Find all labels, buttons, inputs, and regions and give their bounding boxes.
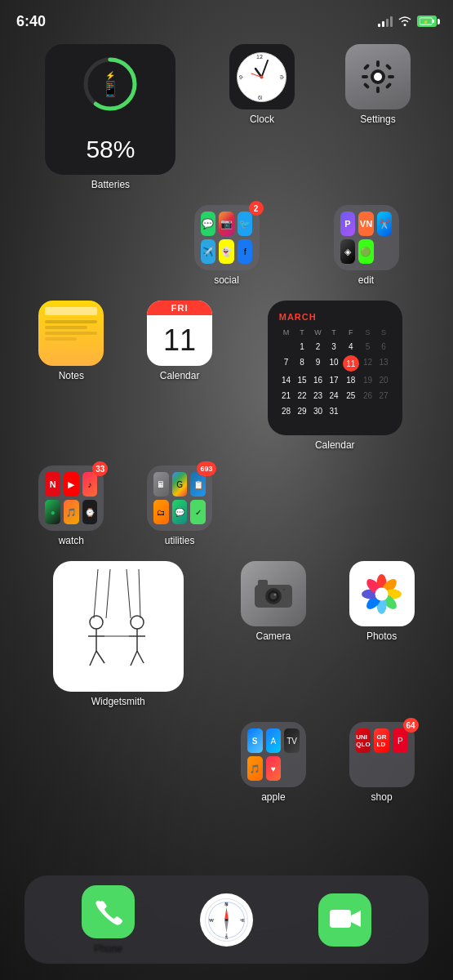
social-label: social (214, 274, 239, 286)
svg-text:⚡: ⚡ (423, 19, 429, 25)
dock: Phone N S W E (24, 875, 429, 964)
svg-text:6: 6 (258, 95, 261, 100)
battery-icon: ⚡ (417, 16, 437, 27)
status-time: 6:40 (16, 13, 46, 30)
svg-rect-20 (376, 60, 380, 67)
svg-point-37 (131, 616, 144, 629)
svg-rect-24 (363, 64, 370, 70)
phone-dock-label: Phone (94, 942, 122, 954)
calendar-widget[interactable]: MARCH MTWTFSS 1234 56 78910 11 1213 1415… (242, 301, 429, 451)
svg-rect-21 (376, 87, 380, 93)
facetime-dock-app[interactable] (318, 893, 371, 947)
cal-grid: MTWTFSS 1234 56 78910 11 1213 1415161718… (279, 327, 391, 418)
settings-label: Settings (360, 114, 395, 125)
shop-label: shop (371, 791, 393, 803)
svg-line-35 (90, 651, 96, 666)
svg-point-50 (283, 589, 285, 590)
safari-dock-app[interactable]: N S W E (200, 893, 253, 947)
social-badge: 2 (249, 201, 264, 216)
utilities-folder[interactable]: 🖩 G 📋 🗂 💬 ✓ 693 utilities (133, 466, 227, 546)
cal-widget-month: MARCH (279, 312, 391, 322)
camera-app[interactable]: Camera (227, 561, 321, 707)
svg-text:W: W (209, 918, 214, 923)
batteries-label: Batteries (91, 179, 130, 190)
photos-app[interactable]: Photos (335, 561, 429, 707)
svg-text:E: E (242, 918, 245, 923)
svg-marker-74 (351, 911, 361, 927)
battery-percent: 58% (86, 136, 135, 163)
svg-line-31 (139, 569, 140, 618)
calendar-day-name: FRI (147, 301, 212, 315)
settings-app[interactable]: Settings (327, 44, 429, 190)
svg-point-48 (273, 594, 276, 596)
camera-label: Camera (256, 630, 291, 642)
svg-text:S: S (224, 935, 228, 940)
svg-rect-26 (363, 82, 370, 89)
apple-folder[interactable]: S A TV 🎵 ♥ apple (227, 722, 321, 803)
svg-rect-1 (433, 20, 434, 23)
svg-point-32 (90, 616, 103, 629)
svg-point-18 (260, 75, 264, 78)
utilities-badge: 693 (197, 461, 216, 476)
widgetsmith-label: Widgetsmith (91, 696, 145, 707)
wifi-icon (397, 15, 412, 29)
watch-folder[interactable]: N ▶ ♪ ● 🎵 ⌚ 33 watch (24, 466, 118, 546)
svg-line-30 (127, 569, 131, 618)
svg-rect-44 (258, 580, 268, 586)
svg-line-36 (96, 651, 104, 663)
svg-rect-27 (385, 82, 392, 89)
battery-ring: ⚡ 📱 (82, 56, 139, 113)
svg-point-19 (374, 73, 382, 81)
notes-app[interactable]: Notes (24, 301, 118, 451)
status-icons: ⚡ (378, 15, 437, 29)
social-folder[interactable]: 💬 📷 🐦 ✈️ 👻 f 2 social (164, 205, 289, 286)
notes-label: Notes (59, 370, 84, 381)
svg-line-40 (131, 651, 137, 666)
calendar-icon-app[interactable]: FRI 11 Calendar (133, 301, 227, 451)
svg-rect-23 (388, 75, 394, 78)
edit-folder[interactable]: P VN ✂️ ◈ 🟢 edit (304, 205, 429, 286)
shop-badge: 64 (403, 718, 419, 733)
svg-point-72 (225, 918, 229, 921)
clock-app[interactable]: 12 3 6 9 Clock (211, 44, 313, 190)
apple-label: apple (261, 791, 285, 803)
shop-folder[interactable]: UNIQLO GRLD P 64 shop (335, 722, 429, 803)
svg-rect-73 (330, 910, 351, 928)
calendar-icon-label: Calendar (160, 370, 200, 381)
watch-badge: 33 (92, 461, 108, 476)
svg-line-28 (94, 569, 98, 618)
svg-line-29 (106, 569, 110, 618)
calendar-widget-label: Calendar (315, 439, 355, 451)
svg-text:N: N (224, 902, 228, 906)
widgetsmith-app[interactable]: Widgetsmith (24, 561, 212, 707)
clock-label: Clock (250, 114, 274, 125)
signal-icon (378, 16, 393, 27)
phone-dock-app[interactable]: Phone (82, 885, 135, 954)
status-bar: 6:40 ⚡ (0, 0, 453, 36)
photos-label: Photos (366, 630, 397, 642)
edit-label: edit (358, 274, 374, 286)
utilities-label: utilities (165, 535, 195, 546)
svg-rect-22 (362, 75, 368, 78)
calendar-day-num: 11 (147, 315, 212, 366)
svg-point-59 (375, 587, 389, 600)
batteries-widget[interactable]: ⚡ 📱 58% Batteries (24, 44, 197, 190)
watch-label: watch (59, 535, 84, 546)
svg-line-41 (137, 651, 144, 663)
svg-rect-25 (385, 64, 392, 70)
